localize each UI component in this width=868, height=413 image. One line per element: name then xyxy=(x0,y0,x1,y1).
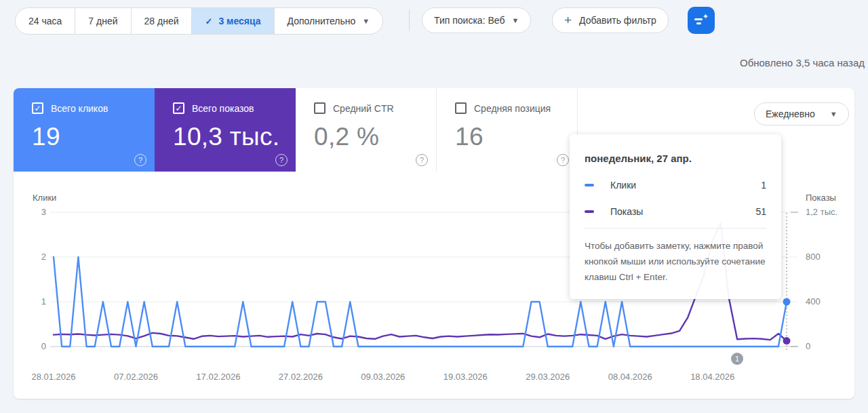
last-updated-text: Обновлено 3,5 часа назад xyxy=(740,57,865,68)
chevron-down-icon: ▼ xyxy=(511,16,519,24)
clicks-legend-dash-icon xyxy=(585,184,594,186)
plus-icon: + xyxy=(564,13,572,28)
add-filter-chip[interactable]: + Добавить фильтр xyxy=(552,7,669,33)
tooltip-row-clicks: Клики 1 xyxy=(585,180,766,191)
range-3m-button[interactable]: ✓ 3 месяца xyxy=(192,8,274,34)
range-label: 7 дней xyxy=(88,16,117,26)
check-icon: ✓ xyxy=(205,16,212,26)
range-label: 3 месяца xyxy=(218,16,260,26)
search-console-performance-page: 24 часа 7 дней 28 дней ✓ 3 месяца Дополн… xyxy=(0,0,868,413)
toolbar-divider xyxy=(409,9,410,31)
tooltip-row-label: Клики xyxy=(610,180,636,191)
search-type-chip[interactable]: Тип поиска: Веб ▼ xyxy=(422,7,531,33)
tooltip-row-value: 51 xyxy=(755,206,766,217)
more-ranges-button[interactable]: Дополнительно ▼ xyxy=(275,8,383,34)
chevron-down-icon: ▼ xyxy=(362,17,370,25)
tooltip-row-label: Показы xyxy=(610,206,643,217)
range-28d-button[interactable]: 28 дней xyxy=(132,8,193,34)
more-label: Дополнительно xyxy=(288,16,356,26)
tooltip-row-value: 1 xyxy=(761,180,766,191)
filter-sparkle-icon: ✦ xyxy=(694,15,708,26)
granularity-label: Ежедневно xyxy=(766,109,815,119)
tooltip-date: понедельник, 27 апр. xyxy=(585,153,766,164)
range-label: 28 дней xyxy=(144,16,179,26)
granularity-dropdown[interactable]: Ежедневно ▼ xyxy=(754,102,849,125)
chart-tooltip: понедельник, 27 апр. Клики 1 Показы 51 Ч… xyxy=(570,134,781,299)
range-label: 24 часа xyxy=(28,16,62,26)
impressions-legend-dash-icon xyxy=(585,210,594,213)
search-type-label: Тип поиска: Веб xyxy=(434,15,505,26)
range-24h-button[interactable]: 24 часа xyxy=(16,8,75,34)
annotation-badge[interactable]: 1 xyxy=(731,353,743,365)
range-7d-button[interactable]: 7 дней xyxy=(75,8,131,34)
filter-settings-button[interactable]: ✦ xyxy=(688,7,715,34)
date-range-group: 24 часа 7 дней 28 дней ✓ 3 месяца Дополн… xyxy=(15,7,383,35)
tooltip-row-impressions: Показы 51 xyxy=(585,206,766,217)
tooltip-note: Чтобы добавить заметку, нажмите правой к… xyxy=(585,228,766,286)
add-filter-label: Добавить фильтр xyxy=(579,15,656,26)
chevron-down-icon: ▼ xyxy=(830,110,837,118)
